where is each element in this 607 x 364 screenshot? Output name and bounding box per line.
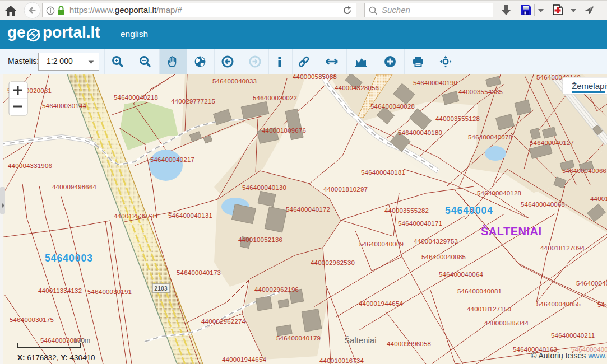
svg-text:440018127150: 440018127150 bbox=[467, 306, 511, 312]
svg-text:440001810297: 440001810297 bbox=[323, 186, 368, 193]
svg-text:546400040065: 546400040065 bbox=[521, 201, 565, 208]
svg-text:440001944654: 440001944654 bbox=[222, 356, 267, 363]
svg-text:X: 6176832, Y: 430410: X: 6176832, Y: 430410 bbox=[17, 353, 95, 362]
svg-text:© Autorių teisės www.geop: © Autorių teisės www.geop bbox=[531, 351, 607, 360]
svg-text:546400040180: 546400040180 bbox=[398, 129, 442, 136]
svg-text:546400040009: 546400040009 bbox=[359, 241, 404, 248]
svg-text:440002962530: 440002962530 bbox=[311, 259, 355, 266]
svg-text:546400040171: 546400040171 bbox=[398, 220, 442, 227]
svg-text:54: 54 bbox=[597, 301, 605, 308]
svg-text:546400040130: 546400040130 bbox=[242, 184, 286, 191]
svg-text:440000585088: 440000585088 bbox=[293, 74, 337, 80]
svg-text:440011334132: 440011334132 bbox=[38, 287, 82, 294]
svg-text:546400040211: 546400040211 bbox=[551, 332, 595, 339]
svg-text:440018127094: 440018127094 bbox=[540, 245, 585, 251]
svg-text:440009996058: 440009996058 bbox=[387, 340, 431, 347]
svg-text:Žemėlapis: Žemėlapis bbox=[572, 81, 607, 91]
svg-text:54640003: 54640003 bbox=[45, 253, 93, 264]
svg-text:546400040066: 546400040066 bbox=[562, 167, 606, 174]
svg-text:440018: 440018 bbox=[590, 195, 607, 202]
svg-text:546400040067: 546400040067 bbox=[576, 280, 607, 287]
svg-text:546400040131: 546400040131 bbox=[168, 212, 212, 219]
svg-text:440001809676: 440001809676 bbox=[262, 127, 306, 134]
svg-text:440010016734: 440010016734 bbox=[319, 357, 364, 364]
svg-text:440009498664: 440009498664 bbox=[52, 184, 97, 190]
svg-text:546400040173: 546400040173 bbox=[177, 269, 221, 276]
svg-text:546400040181: 546400040181 bbox=[361, 169, 405, 176]
svg-text:440029777215: 440029777215 bbox=[171, 98, 215, 105]
svg-text:546400030191: 546400030191 bbox=[87, 288, 132, 295]
svg-text:440001944654: 440001944654 bbox=[359, 300, 404, 307]
svg-text:546400040081: 546400040081 bbox=[457, 288, 502, 295]
svg-text:546400040078: 546400040078 bbox=[468, 134, 512, 141]
svg-text:546400040064: 546400040064 bbox=[439, 271, 484, 278]
svg-text:440002962196: 440002962196 bbox=[254, 286, 299, 293]
svg-text:546400040218: 546400040218 bbox=[114, 94, 158, 101]
svg-text:546400040179: 546400040179 bbox=[276, 335, 321, 342]
svg-text:546400040217: 546400040217 bbox=[150, 156, 194, 163]
svg-text:ŠALTENIAI: ŠALTENIAI bbox=[481, 225, 542, 237]
svg-text:546400040085: 546400040085 bbox=[421, 254, 466, 260]
svg-text:440012539734: 440012539734 bbox=[114, 213, 159, 220]
svg-text:546400020022: 546400020022 bbox=[253, 95, 297, 101]
svg-text:546400040172: 546400040172 bbox=[286, 206, 330, 213]
svg-text:440004331906: 440004331906 bbox=[8, 162, 52, 169]
svg-text:Šalteniai: Šalteniai bbox=[344, 335, 377, 345]
svg-text:546400040028: 546400040028 bbox=[370, 103, 415, 110]
svg-text:546400040055: 546400040055 bbox=[536, 301, 581, 307]
svg-text:546400040190: 546400040190 bbox=[413, 80, 457, 86]
svg-text:440003554285: 440003554285 bbox=[458, 88, 503, 95]
svg-text:546400040127: 546400040127 bbox=[530, 139, 574, 146]
svg-text:440010052136: 440010052136 bbox=[238, 236, 282, 243]
svg-text:440004328056: 440004328056 bbox=[335, 85, 379, 91]
svg-text:440000585044: 440000585044 bbox=[484, 320, 529, 326]
svg-text:100m: 100m bbox=[73, 337, 90, 344]
svg-text:54640004: 54640004 bbox=[445, 205, 493, 216]
svg-text:2103: 2103 bbox=[154, 285, 168, 292]
svg-text:440003555128: 440003555128 bbox=[435, 115, 480, 122]
svg-text:546400030175: 546400030175 bbox=[10, 316, 54, 323]
svg-text:546400040033: 546400040033 bbox=[212, 78, 257, 85]
svg-text:546400040128: 546400040128 bbox=[477, 190, 521, 197]
svg-text:440003555282: 440003555282 bbox=[384, 207, 429, 214]
svg-text:440004329753: 440004329753 bbox=[414, 238, 458, 245]
svg-text:546400030144: 546400030144 bbox=[42, 102, 87, 109]
svg-text:440002962274: 440002962274 bbox=[201, 318, 246, 325]
